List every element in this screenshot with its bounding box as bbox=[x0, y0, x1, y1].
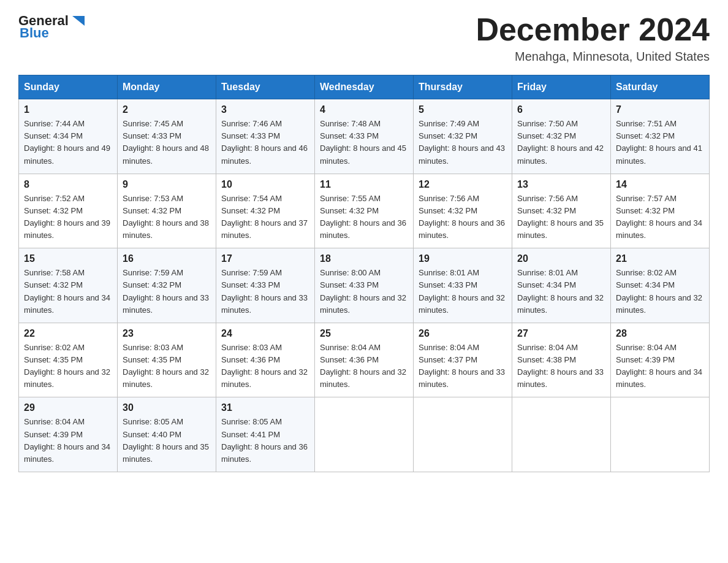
day-number: 13 bbox=[517, 179, 605, 190]
day-info: Sunrise: 7:56 AMSunset: 4:32 PMDaylight:… bbox=[419, 193, 507, 242]
calendar-day-cell: 13 Sunrise: 7:56 AMSunset: 4:32 PMDaylig… bbox=[512, 174, 611, 248]
day-info: Sunrise: 8:04 AMSunset: 4:37 PMDaylight:… bbox=[419, 342, 507, 391]
calendar-week-row: 29 Sunrise: 8:04 AMSunset: 4:39 PMDaylig… bbox=[19, 397, 710, 472]
day-info: Sunrise: 7:52 AMSunset: 4:32 PMDaylight:… bbox=[24, 193, 112, 242]
calendar-week-row: 15 Sunrise: 7:58 AMSunset: 4:32 PMDaylig… bbox=[19, 248, 710, 323]
day-info: Sunrise: 7:57 AMSunset: 4:32 PMDaylight:… bbox=[616, 193, 704, 242]
day-info: Sunrise: 8:04 AMSunset: 4:39 PMDaylight:… bbox=[24, 416, 112, 465]
weekday-header-thursday: Thursday bbox=[414, 75, 512, 99]
day-number: 5 bbox=[419, 104, 507, 115]
day-info: Sunrise: 8:05 AMSunset: 4:40 PMDaylight:… bbox=[123, 416, 211, 465]
day-number: 19 bbox=[419, 253, 507, 264]
calendar-day-cell: 23 Sunrise: 8:03 AMSunset: 4:35 PMDaylig… bbox=[118, 323, 216, 397]
day-info: Sunrise: 7:58 AMSunset: 4:32 PMDaylight:… bbox=[24, 267, 112, 316]
day-info: Sunrise: 8:05 AMSunset: 4:41 PMDaylight:… bbox=[221, 416, 309, 465]
calendar-day-cell: 25 Sunrise: 8:04 AMSunset: 4:36 PMDaylig… bbox=[315, 323, 414, 397]
day-info: Sunrise: 8:00 AMSunset: 4:33 PMDaylight:… bbox=[320, 267, 408, 316]
day-number: 14 bbox=[616, 179, 704, 190]
day-number: 10 bbox=[221, 179, 309, 190]
calendar-day-cell: 2 Sunrise: 7:45 AMSunset: 4:33 PMDayligh… bbox=[118, 99, 216, 174]
day-info: Sunrise: 7:49 AMSunset: 4:32 PMDaylight:… bbox=[419, 118, 507, 167]
calendar-week-row: 1 Sunrise: 7:44 AMSunset: 4:34 PMDayligh… bbox=[19, 99, 710, 174]
day-info: Sunrise: 7:48 AMSunset: 4:33 PMDaylight:… bbox=[320, 118, 408, 167]
calendar-day-cell: 19 Sunrise: 8:01 AMSunset: 4:33 PMDaylig… bbox=[414, 248, 512, 323]
day-number: 3 bbox=[221, 104, 309, 115]
day-info: Sunrise: 7:44 AMSunset: 4:34 PMDaylight:… bbox=[24, 118, 112, 167]
day-number: 2 bbox=[123, 104, 211, 115]
day-number: 26 bbox=[419, 328, 507, 339]
day-number: 8 bbox=[24, 179, 112, 190]
weekday-header-row: SundayMondayTuesdayWednesdayThursdayFrid… bbox=[19, 75, 710, 99]
calendar-day-cell: 5 Sunrise: 7:49 AMSunset: 4:32 PMDayligh… bbox=[414, 99, 512, 174]
calendar-week-row: 22 Sunrise: 8:02 AMSunset: 4:35 PMDaylig… bbox=[19, 323, 710, 397]
calendar-day-cell bbox=[414, 397, 512, 472]
calendar-day-cell: 24 Sunrise: 8:03 AMSunset: 4:36 PMDaylig… bbox=[216, 323, 315, 397]
calendar-day-cell: 8 Sunrise: 7:52 AMSunset: 4:32 PMDayligh… bbox=[19, 174, 118, 248]
day-number: 12 bbox=[419, 179, 507, 190]
day-info: Sunrise: 8:02 AMSunset: 4:35 PMDaylight:… bbox=[24, 342, 112, 391]
calendar-day-cell: 7 Sunrise: 7:51 AMSunset: 4:32 PMDayligh… bbox=[611, 99, 710, 174]
day-number: 31 bbox=[221, 402, 309, 413]
day-number: 29 bbox=[24, 402, 112, 413]
calendar-day-cell: 3 Sunrise: 7:46 AMSunset: 4:33 PMDayligh… bbox=[216, 99, 315, 174]
page-header: General Blue December 2024 Menahga, Minn… bbox=[18, 12, 710, 64]
day-number: 28 bbox=[616, 328, 704, 339]
day-number: 24 bbox=[221, 328, 309, 339]
day-number: 7 bbox=[616, 104, 704, 115]
calendar-day-cell: 18 Sunrise: 8:00 AMSunset: 4:33 PMDaylig… bbox=[315, 248, 414, 323]
weekday-header-sunday: Sunday bbox=[19, 75, 118, 99]
weekday-header-tuesday: Tuesday bbox=[216, 75, 315, 99]
calendar-week-row: 8 Sunrise: 7:52 AMSunset: 4:32 PMDayligh… bbox=[19, 174, 710, 248]
day-info: Sunrise: 8:04 AMSunset: 4:39 PMDaylight:… bbox=[616, 342, 704, 391]
month-title: December 2024 bbox=[476, 12, 710, 47]
day-number: 22 bbox=[24, 328, 112, 339]
day-number: 20 bbox=[517, 253, 605, 264]
day-number: 27 bbox=[517, 328, 605, 339]
day-info: Sunrise: 7:55 AMSunset: 4:32 PMDaylight:… bbox=[320, 193, 408, 242]
day-info: Sunrise: 8:04 AMSunset: 4:36 PMDaylight:… bbox=[320, 342, 408, 391]
day-info: Sunrise: 7:59 AMSunset: 4:33 PMDaylight:… bbox=[221, 267, 309, 316]
day-number: 25 bbox=[320, 328, 408, 339]
calendar-day-cell: 27 Sunrise: 8:04 AMSunset: 4:38 PMDaylig… bbox=[512, 323, 611, 397]
day-info: Sunrise: 7:53 AMSunset: 4:32 PMDaylight:… bbox=[123, 193, 211, 242]
calendar-day-cell: 15 Sunrise: 7:58 AMSunset: 4:32 PMDaylig… bbox=[19, 248, 118, 323]
weekday-header-saturday: Saturday bbox=[611, 75, 710, 99]
calendar-day-cell: 26 Sunrise: 8:04 AMSunset: 4:37 PMDaylig… bbox=[414, 323, 512, 397]
day-info: Sunrise: 7:59 AMSunset: 4:32 PMDaylight:… bbox=[123, 267, 211, 316]
svg-marker-0 bbox=[72, 16, 85, 26]
day-number: 9 bbox=[123, 179, 211, 190]
calendar-day-cell: 10 Sunrise: 7:54 AMSunset: 4:32 PMDaylig… bbox=[216, 174, 315, 248]
calendar-day-cell: 1 Sunrise: 7:44 AMSunset: 4:34 PMDayligh… bbox=[19, 99, 118, 174]
day-number: 4 bbox=[320, 104, 408, 115]
calendar-day-cell: 14 Sunrise: 7:57 AMSunset: 4:32 PMDaylig… bbox=[611, 174, 710, 248]
day-info: Sunrise: 7:51 AMSunset: 4:32 PMDaylight:… bbox=[616, 118, 704, 167]
day-number: 6 bbox=[517, 104, 605, 115]
day-info: Sunrise: 7:45 AMSunset: 4:33 PMDaylight:… bbox=[123, 118, 211, 167]
calendar-day-cell: 16 Sunrise: 7:59 AMSunset: 4:32 PMDaylig… bbox=[118, 248, 216, 323]
calendar-day-cell: 9 Sunrise: 7:53 AMSunset: 4:32 PMDayligh… bbox=[118, 174, 216, 248]
calendar-day-cell: 12 Sunrise: 7:56 AMSunset: 4:32 PMDaylig… bbox=[414, 174, 512, 248]
calendar-day-cell bbox=[611, 397, 710, 472]
title-block: December 2024 Menahga, Minnesota, United… bbox=[476, 12, 710, 64]
day-info: Sunrise: 8:03 AMSunset: 4:36 PMDaylight:… bbox=[221, 342, 309, 391]
logo-arrow-icon bbox=[70, 12, 87, 29]
day-info: Sunrise: 8:01 AMSunset: 4:33 PMDaylight:… bbox=[419, 267, 507, 316]
day-number: 18 bbox=[320, 253, 408, 264]
calendar-day-cell: 28 Sunrise: 8:04 AMSunset: 4:39 PMDaylig… bbox=[611, 323, 710, 397]
calendar-day-cell bbox=[315, 397, 414, 472]
location-subtitle: Menahga, Minnesota, United States bbox=[476, 50, 710, 64]
calendar-day-cell: 4 Sunrise: 7:48 AMSunset: 4:33 PMDayligh… bbox=[315, 99, 414, 174]
day-info: Sunrise: 7:56 AMSunset: 4:32 PMDaylight:… bbox=[517, 193, 605, 242]
day-info: Sunrise: 7:54 AMSunset: 4:32 PMDaylight:… bbox=[221, 193, 309, 242]
logo-blue: Blue bbox=[20, 25, 49, 40]
day-info: Sunrise: 8:04 AMSunset: 4:38 PMDaylight:… bbox=[517, 342, 605, 391]
calendar-day-cell: 30 Sunrise: 8:05 AMSunset: 4:40 PMDaylig… bbox=[118, 397, 216, 472]
weekday-header-wednesday: Wednesday bbox=[315, 75, 414, 99]
calendar-day-cell: 29 Sunrise: 8:04 AMSunset: 4:39 PMDaylig… bbox=[19, 397, 118, 472]
weekday-header-friday: Friday bbox=[512, 75, 611, 99]
day-info: Sunrise: 7:50 AMSunset: 4:32 PMDaylight:… bbox=[517, 118, 605, 167]
calendar-day-cell: 6 Sunrise: 7:50 AMSunset: 4:32 PMDayligh… bbox=[512, 99, 611, 174]
day-number: 1 bbox=[24, 104, 112, 115]
calendar-day-cell: 22 Sunrise: 8:02 AMSunset: 4:35 PMDaylig… bbox=[19, 323, 118, 397]
logo: General Blue bbox=[18, 12, 87, 40]
